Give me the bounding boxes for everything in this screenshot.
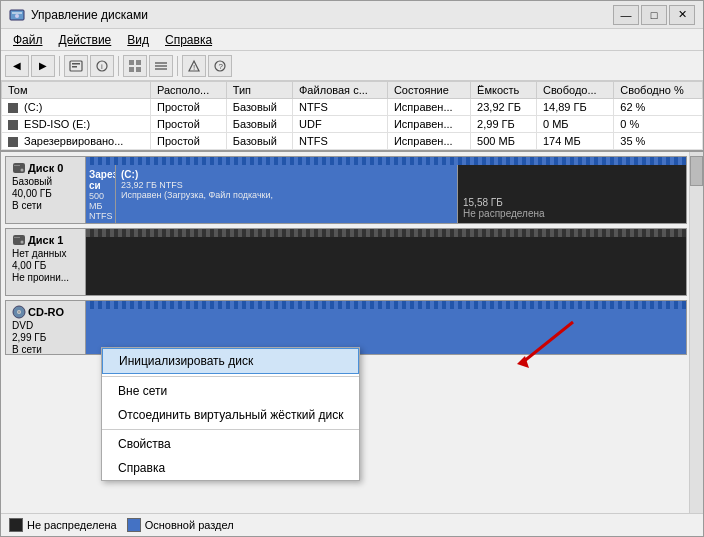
maximize-button[interactable]: □ <box>641 5 667 25</box>
svg-point-20 <box>21 169 24 172</box>
row1-col0: ESD-ISO (E:) <box>2 116 151 133</box>
col-location: Располо... <box>150 82 226 99</box>
toolbar-btn1[interactable] <box>64 55 88 77</box>
table-row[interactable]: ESD-ISO (E:) Простой Базовый UDF Исправе… <box>2 116 703 133</box>
svg-rect-12 <box>155 62 167 64</box>
row0-col5: 23,92 ГБ <box>471 99 537 116</box>
row1-col3: UDF <box>293 116 388 133</box>
title-bar-left: Управление дисками <box>9 7 148 23</box>
toolbar-btn6[interactable]: ? <box>208 55 232 77</box>
disk0-reserved[interactable]: Зарезервировано си 500 МБ NTFS Исправен … <box>86 165 116 223</box>
disk0-unallocated[interactable]: 15,58 ГБ Не распределена <box>458 165 686 223</box>
ctx-offline[interactable]: Вне сети <box>102 379 359 403</box>
ctx-sep1 <box>102 376 359 377</box>
toolbar-sep3 <box>177 56 178 76</box>
ctx-help[interactable]: Справка <box>102 456 359 480</box>
toolbar-forward[interactable]: ▶ <box>31 55 55 77</box>
legend-unallocated: Не распределена <box>9 518 117 532</box>
disk1-name: Диск 1 <box>28 234 63 246</box>
row2-col4: Исправен... <box>387 133 470 150</box>
row0-col4: Исправен... <box>387 99 470 116</box>
disk1-size: 4,00 ГБ <box>12 260 79 271</box>
app-icon <box>9 7 25 23</box>
disk-table: Том Располо... Тип Файловая с... Состоян… <box>1 81 703 150</box>
col-capacity: Ёмкость <box>471 82 537 99</box>
menu-view[interactable]: Вид <box>119 31 157 49</box>
disk0-partitions: Зарезервировано си 500 МБ NTFS Исправен … <box>86 157 686 223</box>
context-menu: Инициализировать диск Вне сети Отсоедини… <box>101 347 360 481</box>
toolbar-back[interactable]: ◀ <box>5 55 29 77</box>
toolbar-btn3[interactable] <box>123 55 147 77</box>
col-fs: Файловая с... <box>293 82 388 99</box>
ctx-properties[interactable]: Свойства <box>102 432 359 456</box>
col-tom: Том <box>2 82 151 99</box>
svg-rect-9 <box>136 60 141 65</box>
legend-box-unallocated <box>9 518 23 532</box>
svg-rect-11 <box>136 67 141 72</box>
row1-col5: 2,99 ГБ <box>471 116 537 133</box>
row0-col2: Базовый <box>226 99 292 116</box>
legend: Не распределена Основной раздел <box>1 513 703 536</box>
row1-col2: Базовый <box>226 116 292 133</box>
svg-rect-21 <box>14 165 20 166</box>
disk1-info: Диск 1 Нет данных 4,00 ГБ Не проини... <box>6 229 86 295</box>
svg-rect-14 <box>155 68 167 70</box>
menu-file[interactable]: Файл <box>5 31 51 49</box>
disk0-type: Базовый <box>12 176 79 187</box>
ctx-initialize-disk[interactable]: Инициализировать диск <box>102 348 359 374</box>
disk1-icon <box>12 233 26 247</box>
row0-col6: 14,89 ГБ <box>536 99 613 116</box>
col-free-pct: Свободно % <box>614 82 703 99</box>
disk1-status: Не проини... <box>12 272 79 283</box>
close-button[interactable]: ✕ <box>669 5 695 25</box>
row0-col3: NTFS <box>293 99 388 116</box>
svg-rect-13 <box>155 65 167 67</box>
scrollbar[interactable] <box>689 152 703 513</box>
toolbar-sep1 <box>59 56 60 76</box>
disk0-icon <box>12 161 26 175</box>
svg-point-2 <box>15 14 19 18</box>
row0-col1: Простой <box>150 99 226 116</box>
svg-text:!: ! <box>193 63 195 72</box>
row2-col3: NTFS <box>293 133 388 150</box>
toolbar-sep2 <box>118 56 119 76</box>
legend-primary-label: Основной раздел <box>145 519 234 531</box>
row2-col0: Зарезервировано... <box>2 133 151 150</box>
table-row[interactable]: (C:) Простой Базовый NTFS Исправен... 23… <box>2 99 703 116</box>
row2-col2: Базовый <box>226 133 292 150</box>
row2-col7: 35 % <box>614 133 703 150</box>
menu-help[interactable]: Справка <box>157 31 220 49</box>
col-free: Свободо... <box>536 82 613 99</box>
minimize-button[interactable]: — <box>613 5 639 25</box>
disk0-size: 40,00 ГБ <box>12 188 79 199</box>
cdrom-status: В сети <box>12 344 79 355</box>
legend-unallocated-label: Не распределена <box>27 519 117 531</box>
disk1-row: Диск 1 Нет данных 4,00 ГБ Не проини... <box>5 228 687 296</box>
toolbar-btn4[interactable] <box>149 55 173 77</box>
disk0-info: Диск 0 Базовый 40,00 ГБ В сети <box>6 157 86 223</box>
disk0-c-drive[interactable]: (C:) 23,92 ГБ NTFS Исправен (Загрузка, Ф… <box>116 165 458 223</box>
svg-rect-4 <box>72 63 80 65</box>
svg-point-27 <box>18 311 20 313</box>
svg-rect-5 <box>72 66 77 68</box>
disk-table-container: Том Располо... Тип Файловая с... Состоян… <box>1 81 703 152</box>
svg-point-23 <box>21 241 24 244</box>
cdrom-type: DVD <box>12 320 79 331</box>
row2-col5: 500 МБ <box>471 133 537 150</box>
ctx-sep2 <box>102 429 359 430</box>
row1-col4: Исправен... <box>387 116 470 133</box>
toolbar-btn2[interactable]: i <box>90 55 114 77</box>
window-controls: — □ ✕ <box>613 5 695 25</box>
disk1-unallocated[interactable] <box>86 237 686 295</box>
toolbar-btn5[interactable]: ! <box>182 55 206 77</box>
title-bar: Управление дисками — □ ✕ <box>1 1 703 29</box>
row2-col1: Простой <box>150 133 226 150</box>
table-row[interactable]: Зарезервировано... Простой Базовый NTFS … <box>2 133 703 150</box>
cdrom-size: 2,99 ГБ <box>12 332 79 343</box>
disk1-type: Нет данных <box>12 248 79 259</box>
legend-primary: Основной раздел <box>127 518 234 532</box>
menu-action[interactable]: Действие <box>51 31 120 49</box>
col-status: Состояние <box>387 82 470 99</box>
svg-text:?: ? <box>219 62 224 71</box>
ctx-detach-vhd[interactable]: Отсоединить виртуальный жёсткий диск <box>102 403 359 427</box>
